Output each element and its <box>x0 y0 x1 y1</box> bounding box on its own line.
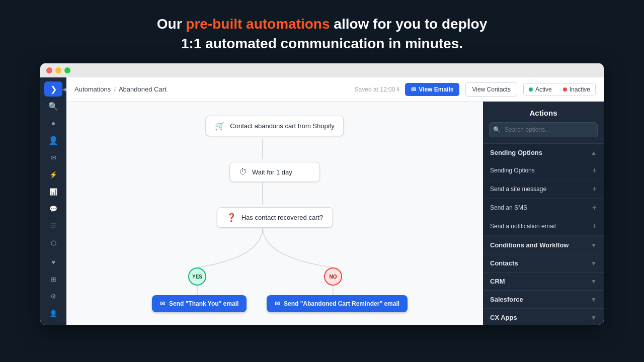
view-emails-button[interactable]: ✉ View Emails <box>405 83 459 96</box>
wait-node[interactable]: ⏱ Wait for 1 day <box>229 162 320 182</box>
sidebar-item-plugins[interactable]: ⬡ <box>44 235 62 250</box>
crm-section-header[interactable]: CRM ▼ <box>483 272 604 290</box>
app-layout: ❯ ◀ 🔍 ● 👤 ✉ ⚡ 📊 💬 <box>40 77 604 325</box>
active-button[interactable]: Active <box>524 83 557 96</box>
sending-options-label: Sending Options <box>490 167 535 174</box>
chart-icon: 📊 <box>49 188 57 196</box>
active-dot <box>529 87 533 92</box>
wait-label: Wait for 1 day <box>252 168 292 176</box>
salesforce-section-header[interactable]: Salesforce ▼ <box>483 290 604 308</box>
cart-icon: 🛒 <box>215 121 225 131</box>
sidebar-item-settings[interactable]: ⚙ <box>44 289 62 304</box>
send-sms-item[interactable]: Send an SMS + <box>483 199 604 217</box>
main-content: Automations / Abandoned Cart Saved at 12… <box>66 77 604 325</box>
sidebar-item-main[interactable]: ❯ ◀ <box>44 81 62 97</box>
no-label: NO <box>330 274 337 280</box>
send-sms-label: Send an SMS <box>490 204 527 211</box>
view-contacts-label: View Contacts <box>472 86 510 93</box>
no-action-button[interactable]: ✉ Send "Abandoned Cart Reminder" email <box>267 295 408 312</box>
yes-action-button[interactable]: ✉ Send "Thank You" email <box>152 295 247 312</box>
inactive-button[interactable]: Inactive <box>558 83 595 96</box>
hero-line1-suffix: allow for you to deploy <box>330 16 488 32</box>
chevron-down-icon-cx-apps: ▼ <box>591 314 597 321</box>
send-site-message-plus-icon[interactable]: + <box>592 185 597 194</box>
dot-green[interactable] <box>64 67 70 73</box>
no-action-label: Send "Abandoned Cart Reminder" email <box>284 300 399 307</box>
chevron-down-icon-crm: ▼ <box>591 278 597 285</box>
salesforce-section-title: Salesforce <box>490 296 523 303</box>
sidebar-item-heart[interactable]: ♥ <box>44 254 62 269</box>
conditions-workflow-title: Conditions and Workflow <box>490 241 569 249</box>
inactive-label: Inactive <box>570 86 590 93</box>
email-icon-btn: ✉ <box>411 86 416 93</box>
hero-line1-prefix: Our <box>157 16 186 32</box>
hero-section: Our pre-built automations allow for you … <box>147 0 497 63</box>
sidebar-item-grid[interactable]: ⊞ <box>44 272 62 287</box>
contacts-section-title: Contacts <box>490 259 518 267</box>
breadcrumb: Automations / Abandoned Cart <box>74 85 167 93</box>
dot-red[interactable] <box>46 67 52 73</box>
sending-options-title: Sending Options <box>490 149 542 156</box>
chevron-down-icon-conditions: ▼ <box>591 242 597 249</box>
send-notification-email-plus-icon[interactable]: + <box>592 222 597 231</box>
avatar-icon: 👤 <box>49 310 57 317</box>
saved-label: Saved at 12:00 <box>355 86 395 93</box>
sending-options-header[interactable]: Sending Options ▲ <box>483 143 604 161</box>
browser-chrome <box>40 63 604 77</box>
sidebar-item-ideas[interactable]: ● <box>44 116 62 131</box>
dot-yellow[interactable] <box>55 67 61 73</box>
info-icon: ℹ <box>397 86 399 93</box>
yes-badge: YES <box>188 267 206 286</box>
conditions-workflow-header[interactable]: Conditions and Workflow ▼ <box>483 236 604 254</box>
sidebar-item-search[interactable]: 🔍 <box>44 99 62 114</box>
trigger-node[interactable]: 🛒 Contact abandons cart from Shopify <box>205 116 344 136</box>
list-icon: ☰ <box>50 222 56 230</box>
saved-info: Saved at 12:00 ℹ <box>355 86 399 93</box>
chevron-down-icon-contacts: ▼ <box>591 260 597 267</box>
breadcrumb-root[interactable]: Automations <box>74 85 111 93</box>
sending-options-plus-icon[interactable]: + <box>592 166 597 175</box>
sidebar-item-email[interactable]: ✉ <box>44 150 62 165</box>
panel-title: Actions <box>483 102 604 122</box>
search-icon: 🔍 <box>493 126 501 133</box>
send-notification-email-item[interactable]: Send a notification email + <box>483 217 604 236</box>
lightbulb-icon: ● <box>51 119 55 127</box>
sidebar-item-automation[interactable]: ⚡ <box>44 167 62 182</box>
sidebar-item-analytics[interactable]: 📊 <box>44 184 62 199</box>
cx-apps-section-header[interactable]: CX Apps ▼ <box>483 308 604 325</box>
clock-icon: ⏱ <box>239 167 247 176</box>
condition-node[interactable]: ❓ Has contact recovered cart? <box>217 207 333 228</box>
question-icon: ❓ <box>226 213 236 222</box>
contacts-section-header[interactable]: Contacts ▼ <box>483 254 604 272</box>
sending-options-item[interactable]: Sending Options + <box>483 161 604 180</box>
search-box: 🔍 <box>489 122 598 137</box>
yes-action-label: Send "Thank You" email <box>169 300 238 307</box>
breadcrumb-separator: / <box>114 85 116 93</box>
sidebar-item-chat[interactable]: 💬 <box>44 201 62 216</box>
send-site-message-item[interactable]: Send a site message + <box>483 180 604 199</box>
hero-line2: 1:1 automated communication in minutes. <box>181 36 463 51</box>
sidebar-item-contacts[interactable]: 👤 <box>44 133 62 148</box>
crm-section-title: CRM <box>490 278 505 285</box>
send-site-message-label: Send a site message <box>490 186 546 193</box>
browser-window: ❯ ◀ 🔍 ● 👤 ✉ ⚡ 📊 💬 <box>40 63 604 325</box>
search-input[interactable] <box>489 122 598 137</box>
email-icon-no: ✉ <box>275 300 280 307</box>
status-group: Active Inactive <box>523 83 596 96</box>
person-icon: 👤 <box>48 136 58 145</box>
flow-canvas[interactable]: 🛒 Contact abandons cart from Shopify ⏱ W… <box>66 102 483 325</box>
view-contacts-button[interactable]: View Contacts <box>465 82 517 97</box>
canvas-area: 🛒 Contact abandons cart from Shopify ⏱ W… <box>66 102 604 325</box>
email-icon: ✉ <box>51 154 56 161</box>
chevron-up-icon: ▲ <box>591 149 597 156</box>
heart-icon: ♥ <box>51 258 55 266</box>
inactive-dot <box>563 87 567 92</box>
plugin-icon: ⬡ <box>51 239 56 247</box>
chevron-right-icon: ❯ <box>50 84 57 94</box>
condition-label: Has contact recovered cart? <box>242 214 324 221</box>
send-notification-email-label: Send a notification email <box>490 223 556 230</box>
grid-icon: ⊞ <box>51 276 56 283</box>
send-sms-plus-icon[interactable]: + <box>592 203 597 212</box>
sidebar-item-avatar[interactable]: 👤 <box>44 306 62 321</box>
sidebar-item-lists[interactable]: ☰ <box>44 218 62 233</box>
